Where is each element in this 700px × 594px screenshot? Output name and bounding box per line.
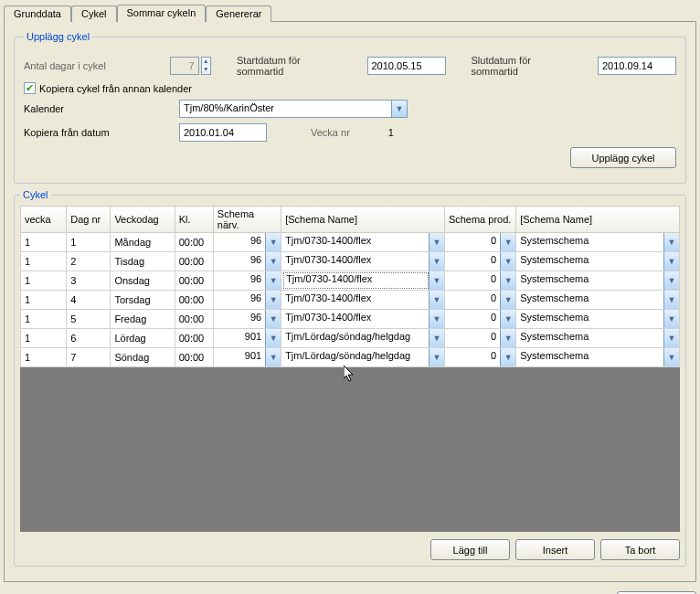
chevron-down-icon[interactable]: ▼ [429, 348, 444, 366]
chevron-down-icon[interactable]: ▼ [265, 233, 281, 251]
chevron-down-icon[interactable]: ▼ [265, 291, 281, 309]
chevron-down-icon[interactable]: ▼ [265, 310, 281, 328]
col-2[interactable]: Veckodag [111, 207, 175, 233]
chevron-down-icon[interactable]: ▼ [663, 329, 679, 347]
table-row[interactable]: 14Torsdag00:0096▼Tjm/0730-1400/flex▼0▼Sy… [21, 291, 680, 310]
copy-checkbox[interactable]: ✔ [24, 82, 36, 94]
chevron-down-icon[interactable]: ▼ [429, 233, 444, 251]
copy-check-label: Kopiera cykel från annan kalender [39, 83, 192, 94]
tab-sommar-cykeln[interactable]: Sommar cykeln [117, 5, 207, 22]
tab-bar: Grunddata Cykel Sommar cykeln Genererar [4, 4, 700, 21]
group-upplagg-title: Upplägg cykel [24, 31, 92, 42]
col-7[interactable]: [Schema Name] [516, 207, 680, 233]
col-1[interactable]: Dag nr [67, 207, 111, 233]
chevron-down-icon[interactable]: ▼ [500, 329, 515, 347]
chevron-down-icon[interactable]: ▼ [429, 291, 444, 309]
chevron-down-icon[interactable]: ▼ [663, 271, 679, 290]
col-5[interactable]: [Schema Name] [281, 207, 445, 233]
weeknr-label: Vecka nr [311, 127, 350, 138]
copyfrom-label: Kopiera från datum [24, 127, 179, 138]
chevron-down-icon[interactable]: ▼ [663, 252, 679, 270]
chevron-down-icon[interactable]: ▼ [500, 252, 515, 270]
insert-button[interactable]: Insert [515, 539, 595, 560]
main-panel: Upplägg cykel Antal dagar i cykel ▲▼ Sta… [4, 21, 696, 582]
chevron-down-icon[interactable]: ▼ [429, 329, 444, 347]
startdate-input[interactable] [367, 57, 446, 75]
days-label: Antal dagar i cykel [24, 60, 170, 71]
enddate-input[interactable] [598, 57, 676, 75]
calendar-label: Kalender [24, 103, 179, 114]
startdate-label: Startdatum för sommartid [237, 55, 344, 77]
copyfrom-input[interactable] [179, 123, 267, 142]
table-row[interactable]: 15Fredag00:0096▼Tjm/0730-1400/flex▼0▼Sys… [21, 310, 680, 329]
chevron-down-icon[interactable]: ▼ [429, 271, 444, 290]
chevron-down-icon[interactable]: ▼ [500, 291, 515, 309]
chevron-down-icon[interactable]: ▼ [265, 348, 281, 366]
add-button[interactable]: Lägg till [430, 539, 510, 560]
group-cykel-title: Cykel [20, 189, 51, 200]
chevron-down-icon[interactable]: ▼ [663, 310, 679, 328]
chevron-down-icon[interactable]: ▼ [265, 252, 281, 270]
weeknr-value: 1 [388, 127, 394, 138]
table-row[interactable]: 16Lördag00:00901▼Tjm/Lördag/söndag/helgd… [21, 329, 680, 348]
group-cykel: Cykel veckaDag nrVeckodagKl.Schema närv.… [14, 189, 686, 567]
table-row[interactable]: 13Onsdag00:0096▼Tjm/0730-1400/flex▼0▼Sys… [21, 271, 680, 291]
chevron-down-icon[interactable]: ▼ [429, 252, 444, 270]
table-row[interactable]: 17Söndag00:00901▼Tjm/Lördag/söndag/helgd… [21, 348, 680, 367]
chevron-down-icon[interactable]: ▼ [663, 348, 679, 366]
tab-cykel[interactable]: Cykel [71, 5, 117, 22]
calendar-value: Tjm/80%/KarinÖster [180, 101, 391, 117]
col-6[interactable]: Schema prod. [444, 207, 515, 233]
days-input [170, 57, 199, 75]
enddate-label: Slutdatum för sommartid [472, 55, 575, 77]
chevron-down-icon[interactable]: ▼ [663, 233, 679, 251]
delete-button[interactable]: Ta bort [600, 539, 680, 560]
chevron-down-icon[interactable]: ▼ [265, 271, 281, 290]
chevron-down-icon[interactable]: ▼ [500, 310, 515, 328]
chevron-down-icon[interactable]: ▼ [500, 233, 515, 251]
upplagg-cykel-button[interactable]: Upplägg cykel [570, 147, 676, 168]
schedule-table: veckaDag nrVeckodagKl.Schema närv.[Schem… [20, 206, 680, 367]
tab-grunddata[interactable]: Grunddata [4, 5, 71, 22]
grid-empty-area [20, 367, 680, 532]
col-0[interactable]: vecka [21, 207, 67, 233]
tab-genererar[interactable]: Genererar [206, 5, 271, 22]
col-4[interactable]: Schema närv. [213, 207, 281, 233]
chevron-down-icon[interactable]: ▼ [429, 310, 444, 328]
calendar-select[interactable]: Tjm/80%/KarinÖster ▼ [179, 100, 408, 118]
col-3[interactable]: Kl. [175, 207, 213, 233]
chevron-down-icon[interactable]: ▼ [500, 348, 515, 366]
days-spinner[interactable]: ▲▼ [201, 57, 211, 75]
chevron-down-icon[interactable]: ▼ [265, 329, 281, 347]
table-row[interactable]: 12Tisdag00:0096▼Tjm/0730-1400/flex▼0▼Sys… [21, 252, 680, 271]
chevron-down-icon[interactable]: ▼ [391, 101, 407, 117]
chevron-down-icon[interactable]: ▼ [500, 271, 515, 290]
group-upplagg-cykel: Upplägg cykel Antal dagar i cykel ▲▼ Sta… [14, 31, 686, 184]
chevron-down-icon[interactable]: ▼ [663, 291, 679, 309]
table-row[interactable]: 11Måndag00:0096▼Tjm/0730-1400/flex▼0▼Sys… [21, 233, 680, 252]
